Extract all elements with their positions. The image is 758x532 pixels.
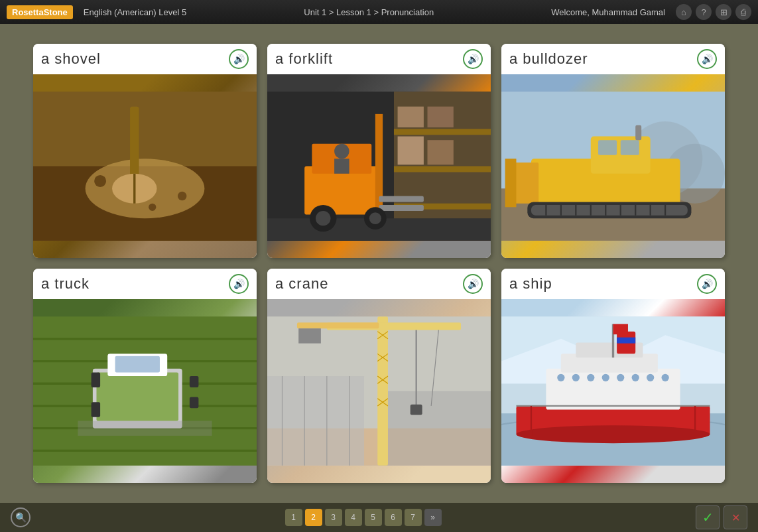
svg-rect-82 xyxy=(298,328,321,343)
svg-rect-81 xyxy=(411,405,422,415)
svg-rect-3 xyxy=(130,107,139,181)
svg-point-104 xyxy=(617,374,624,381)
svg-rect-64 xyxy=(190,376,198,387)
card-crane: a crane 🔊 xyxy=(267,269,491,483)
check-icon: ✓ xyxy=(702,509,714,525)
svg-rect-14 xyxy=(398,107,424,127)
card-bulldozer-audio-button[interactable]: 🔊 xyxy=(697,49,717,69)
svg-rect-62 xyxy=(92,372,100,387)
card-crane-header: a crane 🔊 xyxy=(267,269,491,299)
card-ship: a ship 🔊 xyxy=(501,269,725,483)
page-2-button[interactable]: 2 xyxy=(305,509,322,526)
svg-point-25 xyxy=(316,211,330,226)
card-forklift-image xyxy=(267,74,491,258)
card-bulldozer-header: a bulldozer 🔊 xyxy=(501,44,725,74)
svg-point-7 xyxy=(178,192,186,200)
svg-rect-16 xyxy=(398,137,424,165)
card-shovel-audio-button[interactable]: 🔊 xyxy=(229,49,249,69)
svg-point-96 xyxy=(516,425,710,443)
card-truck-label: a truck xyxy=(41,275,90,293)
crane-svg xyxy=(267,299,491,483)
card-bulldozer-label: a bulldozer xyxy=(509,50,588,68)
card-truck: a truck 🔊 xyxy=(33,269,257,483)
page-4-button[interactable]: 4 xyxy=(345,509,362,526)
x-icon: ✕ xyxy=(731,511,740,524)
card-truck-audio-button[interactable]: 🔊 xyxy=(229,274,249,294)
bulldozer-svg xyxy=(501,74,725,258)
home-icon[interactable]: ⌂ xyxy=(676,4,692,20)
card-crane-image xyxy=(267,299,491,483)
svg-rect-111 xyxy=(613,324,628,334)
svg-point-105 xyxy=(632,374,639,381)
svg-rect-29 xyxy=(334,159,349,173)
svg-rect-97 xyxy=(546,369,680,410)
truck-svg xyxy=(33,299,257,483)
svg-rect-67 xyxy=(78,421,212,435)
svg-rect-11 xyxy=(394,129,491,135)
forklift-svg xyxy=(267,74,491,258)
card-ship-audio-button[interactable]: 🔊 xyxy=(697,274,717,294)
svg-rect-15 xyxy=(428,107,454,127)
svg-rect-17 xyxy=(428,140,454,165)
svg-point-106 xyxy=(647,374,654,381)
card-shovel: a shovel 🔊 xyxy=(33,44,257,258)
svg-rect-41 xyxy=(531,205,688,216)
card-crane-label: a crane xyxy=(275,275,328,293)
help-icon[interactable]: ? xyxy=(696,4,712,20)
svg-rect-36 xyxy=(598,140,617,155)
audio-icon: 🔊 xyxy=(702,279,713,289)
app-header: RosettaStone English (American) Level 5 … xyxy=(0,0,758,24)
print-icon[interactable]: ⎙ xyxy=(735,4,751,20)
page-6-button[interactable]: 6 xyxy=(385,509,402,526)
svg-rect-12 xyxy=(394,166,491,172)
card-forklift-label: a forklift xyxy=(275,50,333,68)
welcome-text: Welcome, Muhammad Gamal xyxy=(551,7,665,17)
page-3-button[interactable]: 3 xyxy=(325,509,342,526)
settings-icon[interactable]: ⊞ xyxy=(716,4,731,20)
audio-icon: 🔊 xyxy=(233,54,245,64)
ship-svg xyxy=(501,299,725,483)
card-shovel-label: a shovel xyxy=(41,50,101,68)
pagination: 1 2 3 4 5 6 7 » xyxy=(285,509,442,526)
svg-point-107 xyxy=(662,374,669,381)
page-7-button[interactable]: 7 xyxy=(405,509,422,526)
zoom-icon: 🔍 xyxy=(15,512,27,523)
next-pages-button[interactable]: » xyxy=(424,509,442,526)
logo: RosettaStone xyxy=(7,5,73,19)
svg-rect-65 xyxy=(190,397,198,408)
svg-point-28 xyxy=(334,144,349,159)
zoom-button[interactable]: 🔍 xyxy=(11,507,31,527)
svg-rect-66 xyxy=(115,356,160,373)
card-bulldozer-image xyxy=(501,74,725,258)
svg-point-6 xyxy=(94,175,106,187)
svg-rect-22 xyxy=(379,205,424,211)
svg-point-102 xyxy=(587,374,594,381)
audio-icon: 🔊 xyxy=(233,279,245,289)
course-title: English (American) Level 5 xyxy=(84,7,186,17)
card-forklift-audio-button[interactable]: 🔊 xyxy=(463,49,483,69)
audio-icon: 🔊 xyxy=(468,54,479,64)
clear-button[interactable]: ✕ xyxy=(724,505,747,529)
card-forklift-header: a forklift 🔊 xyxy=(267,44,491,74)
svg-point-103 xyxy=(602,374,609,381)
svg-rect-76 xyxy=(377,316,388,466)
svg-rect-60 xyxy=(96,372,178,421)
card-ship-header: a ship 🔊 xyxy=(501,269,725,299)
audio-icon: 🔊 xyxy=(468,279,479,289)
card-ship-image xyxy=(501,299,725,483)
card-crane-audio-button[interactable]: 🔊 xyxy=(463,274,483,294)
card-truck-image xyxy=(33,299,257,483)
header-icons: ⌂ ? ⊞ ⎙ xyxy=(676,4,751,20)
card-bulldozer: a bulldozer 🔊 xyxy=(501,44,725,258)
page-5-button[interactable]: 5 xyxy=(365,509,382,526)
page-1-button[interactable]: 1 xyxy=(285,509,302,526)
svg-point-27 xyxy=(369,212,381,224)
check-answer-button[interactable]: ✓ xyxy=(696,505,720,529)
svg-rect-71 xyxy=(379,391,491,466)
card-forklift: a forklift 🔊 xyxy=(267,44,491,258)
footer-actions: ✓ ✕ xyxy=(696,505,747,529)
svg-rect-20 xyxy=(375,114,383,218)
svg-point-101 xyxy=(572,374,580,381)
svg-rect-78 xyxy=(297,322,379,328)
svg-rect-51 xyxy=(635,125,641,140)
